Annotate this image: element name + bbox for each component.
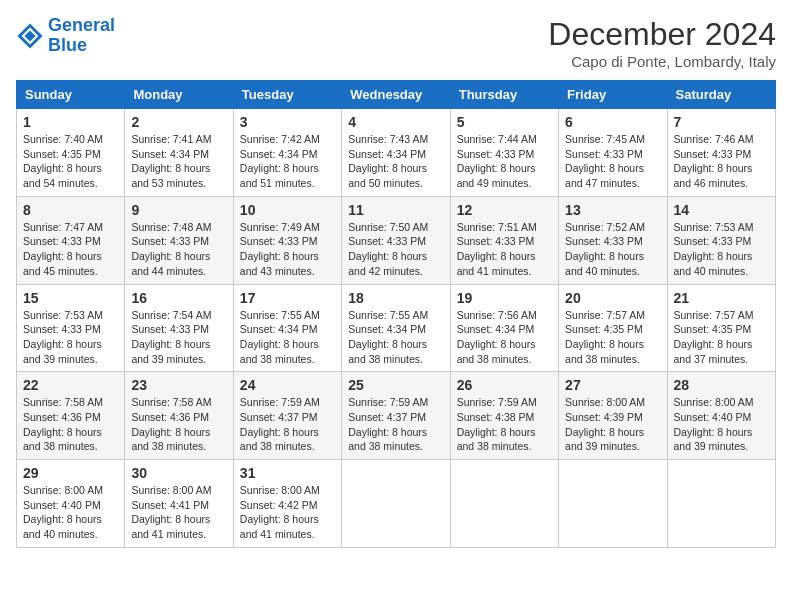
- day-info: Sunrise: 7:49 AMSunset: 4:33 PMDaylight:…: [240, 220, 335, 279]
- calendar-cell: 3 Sunrise: 7:42 AMSunset: 4:34 PMDayligh…: [233, 109, 341, 197]
- day-number: 11: [348, 202, 443, 218]
- weekday-header-tuesday: Tuesday: [233, 81, 341, 109]
- calendar-cell: 14 Sunrise: 7:53 AMSunset: 4:33 PMDaylig…: [667, 196, 775, 284]
- day-number: 2: [131, 114, 226, 130]
- day-number: 28: [674, 377, 769, 393]
- weekday-header-saturday: Saturday: [667, 81, 775, 109]
- logo-icon: [16, 22, 44, 50]
- calendar-header-row: SundayMondayTuesdayWednesdayThursdayFrid…: [17, 81, 776, 109]
- logo-text: General Blue: [48, 16, 115, 56]
- day-info: Sunrise: 7:53 AMSunset: 4:33 PMDaylight:…: [23, 308, 118, 367]
- day-number: 19: [457, 290, 552, 306]
- calendar-cell: 6 Sunrise: 7:45 AMSunset: 4:33 PMDayligh…: [559, 109, 667, 197]
- calendar-cell: [559, 460, 667, 548]
- day-number: 31: [240, 465, 335, 481]
- logo-line2: Blue: [48, 35, 87, 55]
- calendar-cell: 4 Sunrise: 7:43 AMSunset: 4:34 PMDayligh…: [342, 109, 450, 197]
- calendar-cell: 25 Sunrise: 7:59 AMSunset: 4:37 PMDaylig…: [342, 372, 450, 460]
- calendar-cell: 2 Sunrise: 7:41 AMSunset: 4:34 PMDayligh…: [125, 109, 233, 197]
- calendar-cell: 21 Sunrise: 7:57 AMSunset: 4:35 PMDaylig…: [667, 284, 775, 372]
- calendar-cell: 12 Sunrise: 7:51 AMSunset: 4:33 PMDaylig…: [450, 196, 558, 284]
- weekday-header-sunday: Sunday: [17, 81, 125, 109]
- day-number: 23: [131, 377, 226, 393]
- page-header: General Blue December 2024 Capo di Ponte…: [16, 16, 776, 70]
- day-number: 6: [565, 114, 660, 130]
- calendar-cell: 16 Sunrise: 7:54 AMSunset: 4:33 PMDaylig…: [125, 284, 233, 372]
- day-number: 13: [565, 202, 660, 218]
- day-info: Sunrise: 7:59 AMSunset: 4:38 PMDaylight:…: [457, 395, 552, 454]
- day-number: 15: [23, 290, 118, 306]
- day-info: Sunrise: 7:46 AMSunset: 4:33 PMDaylight:…: [674, 132, 769, 191]
- day-number: 30: [131, 465, 226, 481]
- day-info: Sunrise: 7:59 AMSunset: 4:37 PMDaylight:…: [240, 395, 335, 454]
- day-number: 26: [457, 377, 552, 393]
- day-info: Sunrise: 7:51 AMSunset: 4:33 PMDaylight:…: [457, 220, 552, 279]
- calendar-table: SundayMondayTuesdayWednesdayThursdayFrid…: [16, 80, 776, 548]
- day-info: Sunrise: 8:00 AMSunset: 4:41 PMDaylight:…: [131, 483, 226, 542]
- weekday-header-monday: Monday: [125, 81, 233, 109]
- calendar-week-4: 22 Sunrise: 7:58 AMSunset: 4:36 PMDaylig…: [17, 372, 776, 460]
- calendar-cell: [342, 460, 450, 548]
- calendar-cell: 23 Sunrise: 7:58 AMSunset: 4:36 PMDaylig…: [125, 372, 233, 460]
- title-block: December 2024 Capo di Ponte, Lombardy, I…: [548, 16, 776, 70]
- day-number: 7: [674, 114, 769, 130]
- day-number: 1: [23, 114, 118, 130]
- calendar-cell: 31 Sunrise: 8:00 AMSunset: 4:42 PMDaylig…: [233, 460, 341, 548]
- day-number: 27: [565, 377, 660, 393]
- day-number: 3: [240, 114, 335, 130]
- calendar-week-2: 8 Sunrise: 7:47 AMSunset: 4:33 PMDayligh…: [17, 196, 776, 284]
- day-info: Sunrise: 7:57 AMSunset: 4:35 PMDaylight:…: [565, 308, 660, 367]
- day-info: Sunrise: 7:58 AMSunset: 4:36 PMDaylight:…: [23, 395, 118, 454]
- calendar-cell: 10 Sunrise: 7:49 AMSunset: 4:33 PMDaylig…: [233, 196, 341, 284]
- calendar-cell: 15 Sunrise: 7:53 AMSunset: 4:33 PMDaylig…: [17, 284, 125, 372]
- day-info: Sunrise: 7:57 AMSunset: 4:35 PMDaylight:…: [674, 308, 769, 367]
- calendar-cell: 17 Sunrise: 7:55 AMSunset: 4:34 PMDaylig…: [233, 284, 341, 372]
- day-number: 20: [565, 290, 660, 306]
- weekday-header-friday: Friday: [559, 81, 667, 109]
- day-number: 9: [131, 202, 226, 218]
- day-info: Sunrise: 8:00 AMSunset: 4:39 PMDaylight:…: [565, 395, 660, 454]
- calendar-cell: 7 Sunrise: 7:46 AMSunset: 4:33 PMDayligh…: [667, 109, 775, 197]
- day-number: 17: [240, 290, 335, 306]
- calendar-cell: 8 Sunrise: 7:47 AMSunset: 4:33 PMDayligh…: [17, 196, 125, 284]
- day-number: 16: [131, 290, 226, 306]
- day-number: 8: [23, 202, 118, 218]
- day-info: Sunrise: 7:40 AMSunset: 4:35 PMDaylight:…: [23, 132, 118, 191]
- day-number: 18: [348, 290, 443, 306]
- logo: General Blue: [16, 16, 115, 56]
- day-info: Sunrise: 8:00 AMSunset: 4:40 PMDaylight:…: [674, 395, 769, 454]
- calendar-cell: 24 Sunrise: 7:59 AMSunset: 4:37 PMDaylig…: [233, 372, 341, 460]
- day-number: 10: [240, 202, 335, 218]
- day-info: Sunrise: 8:00 AMSunset: 4:42 PMDaylight:…: [240, 483, 335, 542]
- day-info: Sunrise: 7:54 AMSunset: 4:33 PMDaylight:…: [131, 308, 226, 367]
- calendar-cell: [450, 460, 558, 548]
- calendar-cell: 26 Sunrise: 7:59 AMSunset: 4:38 PMDaylig…: [450, 372, 558, 460]
- day-info: Sunrise: 7:43 AMSunset: 4:34 PMDaylight:…: [348, 132, 443, 191]
- calendar-cell: 19 Sunrise: 7:56 AMSunset: 4:34 PMDaylig…: [450, 284, 558, 372]
- calendar-cell: 9 Sunrise: 7:48 AMSunset: 4:33 PMDayligh…: [125, 196, 233, 284]
- calendar-cell: 11 Sunrise: 7:50 AMSunset: 4:33 PMDaylig…: [342, 196, 450, 284]
- day-info: Sunrise: 7:52 AMSunset: 4:33 PMDaylight:…: [565, 220, 660, 279]
- day-info: Sunrise: 7:45 AMSunset: 4:33 PMDaylight:…: [565, 132, 660, 191]
- calendar-cell: 22 Sunrise: 7:58 AMSunset: 4:36 PMDaylig…: [17, 372, 125, 460]
- calendar-cell: 13 Sunrise: 7:52 AMSunset: 4:33 PMDaylig…: [559, 196, 667, 284]
- calendar-cell: [667, 460, 775, 548]
- day-number: 14: [674, 202, 769, 218]
- day-number: 12: [457, 202, 552, 218]
- calendar-cell: 30 Sunrise: 8:00 AMSunset: 4:41 PMDaylig…: [125, 460, 233, 548]
- day-number: 25: [348, 377, 443, 393]
- page-title: December 2024: [548, 16, 776, 53]
- day-number: 29: [23, 465, 118, 481]
- day-number: 22: [23, 377, 118, 393]
- day-info: Sunrise: 7:44 AMSunset: 4:33 PMDaylight:…: [457, 132, 552, 191]
- calendar-week-5: 29 Sunrise: 8:00 AMSunset: 4:40 PMDaylig…: [17, 460, 776, 548]
- calendar-cell: 27 Sunrise: 8:00 AMSunset: 4:39 PMDaylig…: [559, 372, 667, 460]
- day-info: Sunrise: 7:48 AMSunset: 4:33 PMDaylight:…: [131, 220, 226, 279]
- page-subtitle: Capo di Ponte, Lombardy, Italy: [548, 53, 776, 70]
- day-info: Sunrise: 7:42 AMSunset: 4:34 PMDaylight:…: [240, 132, 335, 191]
- day-number: 4: [348, 114, 443, 130]
- calendar-week-3: 15 Sunrise: 7:53 AMSunset: 4:33 PMDaylig…: [17, 284, 776, 372]
- day-info: Sunrise: 8:00 AMSunset: 4:40 PMDaylight:…: [23, 483, 118, 542]
- day-number: 24: [240, 377, 335, 393]
- logo-line1: General: [48, 15, 115, 35]
